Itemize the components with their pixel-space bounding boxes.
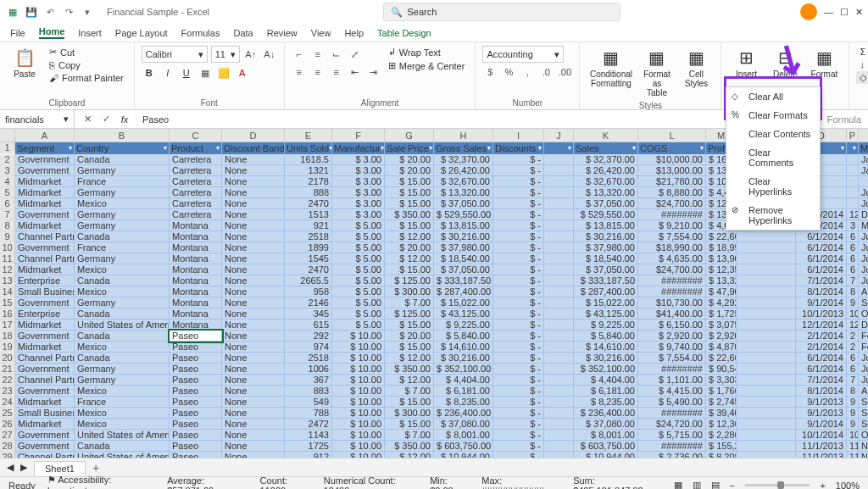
cell[interactable]: None	[222, 165, 285, 176]
decrease-decimal-icon[interactable]: .00	[557, 64, 572, 80]
font-color-icon[interactable]: A	[235, 65, 250, 81]
cell[interactable]: $ 10.00	[332, 397, 385, 408]
cell[interactable]: Mexico	[75, 408, 170, 419]
cell[interactable]: Channel Partners	[15, 253, 75, 264]
cell[interactable]: $ -	[493, 187, 544, 198]
cell[interactable]: None	[222, 275, 285, 286]
cell[interactable]: Paseo	[170, 397, 222, 408]
cell[interactable]: $ 18,540.00	[434, 253, 493, 264]
cell[interactable]: Canada	[75, 441, 170, 452]
cell[interactable]	[737, 297, 796, 308]
cell[interactable]: None	[222, 386, 285, 397]
cell[interactable]: $ 10.00	[332, 441, 385, 452]
cell[interactable]: 7	[847, 275, 859, 286]
cell[interactable]: $ 15.00	[385, 320, 434, 331]
cell[interactable]: $ 15,022.00	[574, 297, 638, 308]
cell[interactable]: $ 8,001.00	[434, 430, 493, 441]
cell[interactable]	[737, 342, 796, 353]
cell[interactable]: Paseo	[170, 353, 222, 364]
cell[interactable]: $21,780.00	[638, 176, 706, 187]
cell[interactable]: September	[859, 297, 868, 308]
cell[interactable]: $ 10,944.00	[574, 452, 638, 458]
enter-formula-icon[interactable]: ✓	[98, 112, 114, 127]
cell[interactable]: 7/1/2014	[796, 275, 847, 286]
cell[interactable]: $ 12.00	[385, 452, 434, 458]
cell[interactable]	[737, 375, 796, 386]
row-header[interactable]: 3	[0, 165, 15, 176]
cell[interactable]: Paseo	[170, 452, 222, 458]
cell[interactable]: Germany	[75, 187, 170, 198]
cell[interactable]: $ 125.00	[385, 308, 434, 320]
cell[interactable]: $ 13,815.00	[434, 220, 493, 231]
cell[interactable]: $ 287,400.00	[434, 286, 493, 297]
cell[interactable]: $18,990.00	[638, 242, 706, 253]
cell[interactable]	[847, 154, 859, 165]
column-header[interactable]: E	[285, 129, 332, 142]
row-header[interactable]: 5	[0, 187, 15, 198]
row-header[interactable]: 12	[0, 264, 15, 275]
cell[interactable]	[737, 331, 796, 342]
cell[interactable]: Canada	[75, 275, 170, 286]
cell[interactable]: $ 9,740.00	[638, 342, 706, 353]
cell[interactable]: $ -	[493, 297, 544, 308]
cell[interactable]: 10/1/2013	[796, 308, 847, 320]
cell[interactable]: 9/1/2013	[796, 408, 847, 419]
cell[interactable]: 9/1/2013	[796, 397, 847, 408]
font-name-combo[interactable]: Calibri▾	[142, 46, 208, 63]
cell[interactable]: 9	[847, 397, 859, 408]
cell[interactable]	[847, 198, 859, 209]
cell[interactable]: $ 14,610.00	[434, 342, 493, 353]
paste-button[interactable]: 📋 Paste	[7, 46, 42, 81]
cell[interactable]	[544, 286, 574, 297]
cell[interactable]: $ 32,370.00	[434, 154, 493, 165]
cell[interactable]: $ 350.00	[385, 364, 434, 375]
cell[interactable]: $ 8,235.00	[574, 397, 638, 408]
align-center-icon[interactable]: ≡	[310, 64, 326, 80]
row-header[interactable]: 17	[0, 320, 15, 331]
cell[interactable]: Canada	[75, 154, 170, 165]
cell[interactable]: $ 13,320.00	[434, 187, 493, 198]
cell[interactable]: $ -	[493, 275, 544, 286]
cell[interactable]: 2	[847, 342, 859, 353]
cell[interactable]: September	[859, 419, 868, 430]
cell[interactable]: $ 5.00	[332, 242, 385, 253]
cell[interactable]: None	[222, 375, 285, 386]
increase-font-icon[interactable]: A↑	[243, 47, 259, 62]
cell[interactable]: Paseo	[170, 441, 222, 452]
cell[interactable]: $ 5.00	[332, 231, 385, 242]
cell[interactable]: $ 26,420.00	[574, 165, 638, 176]
cell[interactable]: None	[222, 397, 285, 408]
cell[interactable]: Paseo	[170, 375, 222, 386]
cell[interactable]	[544, 342, 574, 353]
cell[interactable]: $ 5,840.00	[574, 331, 638, 342]
cell[interactable]: Carretera	[170, 187, 222, 198]
cell[interactable]: Small Business	[15, 408, 75, 419]
cell[interactable]: $ 287,400.00	[574, 286, 638, 297]
cell[interactable]: $ 5,490.00	[638, 397, 706, 408]
cell[interactable]: Paseo	[170, 364, 222, 375]
row-header[interactable]: 15	[0, 297, 15, 308]
cell[interactable]: Paseo	[170, 342, 222, 353]
cell[interactable]: None	[222, 308, 285, 320]
cell[interactable]: $ 4,415.00	[638, 386, 706, 397]
cell[interactable]: None	[222, 408, 285, 419]
cell[interactable]: $ 7.00	[385, 386, 434, 397]
cell[interactable]: $ 32,670.00	[574, 176, 638, 187]
cell[interactable]: $ 300.00	[385, 286, 434, 297]
cell[interactable]: 6	[847, 353, 859, 364]
cell[interactable]: $ -	[493, 342, 544, 353]
cell[interactable]: $ 8,880.00	[638, 187, 706, 198]
cell[interactable]: 9/1/2014	[796, 419, 847, 430]
cell[interactable]: Montana	[170, 308, 222, 320]
maximize-icon[interactable]: ☐	[840, 7, 849, 18]
cell[interactable]: 292	[285, 331, 332, 342]
filter-dropdown-icon[interactable]: ▾	[381, 142, 384, 154]
cell[interactable]: $ 4,635.00	[638, 253, 706, 264]
tab-help[interactable]: Help	[344, 28, 364, 38]
cell[interactable]: 912	[285, 452, 332, 458]
cell[interactable]: 6	[847, 231, 859, 242]
cell[interactable]: Midmarket	[15, 198, 75, 209]
cell[interactable]: $ 3.00	[332, 187, 385, 198]
cell[interactable]: 6/1/2014	[796, 231, 847, 242]
filter-dropdown-icon[interactable]: ▾	[429, 142, 432, 154]
